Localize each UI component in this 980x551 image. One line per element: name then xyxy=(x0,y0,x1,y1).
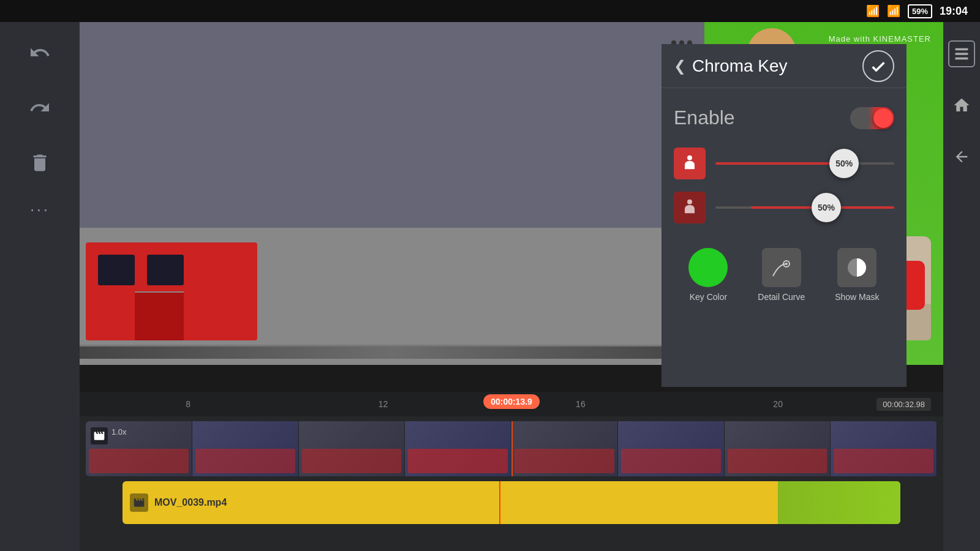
slider1-icon xyxy=(674,148,706,179)
chroma-confirm-button[interactable] xyxy=(862,50,894,82)
slider1-track[interactable]: 50% xyxy=(715,149,894,178)
home-button[interactable] xyxy=(948,92,975,119)
overlay-icon xyxy=(130,493,148,512)
delete-button[interactable] xyxy=(21,144,58,181)
ruler-mark-16: 16 xyxy=(576,399,586,409)
signal-icon: 📶 xyxy=(887,4,900,18)
slider2-value: 50% xyxy=(818,203,835,212)
status-time: 19:04 xyxy=(940,5,968,18)
show-mask-button[interactable]: Show Mask xyxy=(835,248,879,302)
slider2-icon xyxy=(674,192,706,223)
cursor-line-main xyxy=(511,421,513,476)
video-preview-left xyxy=(80,22,704,365)
svg-rect-1 xyxy=(956,53,968,55)
slider2-track[interactable]: 50% xyxy=(715,193,894,222)
right-sidebar xyxy=(943,22,980,551)
svg-point-4 xyxy=(687,200,692,204)
left-sidebar: ··· xyxy=(0,22,80,551)
ruler-mark-12: 12 xyxy=(379,399,388,409)
train-element xyxy=(86,242,257,340)
chroma-title: Chroma Key xyxy=(692,56,862,76)
action-row: Key Color Detail Curve xyxy=(674,242,894,302)
enable-row: Enable xyxy=(674,100,894,135)
overlay-track-container: MOV_0039.mp4 xyxy=(86,481,937,524)
timeline-tracks: 1.0x xyxy=(80,416,943,551)
preview-area: Made with KINEMASTER ❮ Chroma Key Enable xyxy=(80,22,943,365)
svg-rect-2 xyxy=(956,58,968,60)
battery-indicator: 59% xyxy=(908,4,932,18)
detail-curve-button[interactable]: Detail Curve xyxy=(758,248,805,302)
overlay-filename: MOV_0039.mp4 xyxy=(154,497,227,508)
toggle-knob xyxy=(873,108,893,128)
key-color-label: Key Color xyxy=(690,292,727,302)
time-total: 00:00:32.98 xyxy=(876,398,931,411)
ruler-mark-8: 8 xyxy=(186,399,190,409)
detail-curve-label: Detail Curve xyxy=(758,292,805,302)
show-mask-icon xyxy=(837,248,876,287)
more-button[interactable]: ··· xyxy=(30,200,50,219)
key-color-button[interactable]: Key Color xyxy=(688,248,728,302)
wifi-icon: 📶 xyxy=(866,4,880,18)
svg-point-3 xyxy=(687,156,692,160)
time-cursor: 00:00:13.9 xyxy=(483,394,540,409)
show-mask-label: Show Mask xyxy=(835,292,879,302)
slider-row-2: 50% xyxy=(674,192,894,223)
overlay-thumbnail xyxy=(778,481,900,524)
slider1-value: 50% xyxy=(835,159,853,168)
timeline: 8 12 16 20 00:00:13.9 00:00:32.98 1.0x xyxy=(80,392,943,551)
key-color-circle xyxy=(688,248,728,287)
layers-button[interactable] xyxy=(948,40,975,67)
enable-toggle[interactable] xyxy=(850,107,894,129)
chroma-header: ❮ Chroma Key xyxy=(662,44,907,88)
cursor-line-overlay xyxy=(499,481,500,524)
undo-button[interactable] xyxy=(21,34,58,71)
main-video-track: 1.0x xyxy=(86,421,937,476)
chroma-key-panel: ❮ Chroma Key Enable xyxy=(662,44,907,387)
enable-label: Enable xyxy=(674,107,735,129)
redo-button[interactable] xyxy=(21,89,58,126)
chroma-back-button[interactable]: ❮ xyxy=(674,58,686,75)
back-button[interactable] xyxy=(948,143,975,170)
watermark: Made with KINEMASTER xyxy=(829,34,931,43)
overlay-video-track[interactable]: MOV_0039.mp4 xyxy=(123,481,900,524)
svg-rect-0 xyxy=(956,48,968,51)
detail-curve-icon xyxy=(762,248,801,287)
status-bar: 📶 📶 59% 19:04 xyxy=(0,0,980,22)
ruler-mark-20: 20 xyxy=(773,399,783,409)
timeline-ruler: 8 12 16 20 00:00:13.9 00:00:32.98 xyxy=(80,392,943,416)
slider-row-1: 50% xyxy=(674,148,894,179)
speed-label: 1.0x xyxy=(111,427,127,437)
